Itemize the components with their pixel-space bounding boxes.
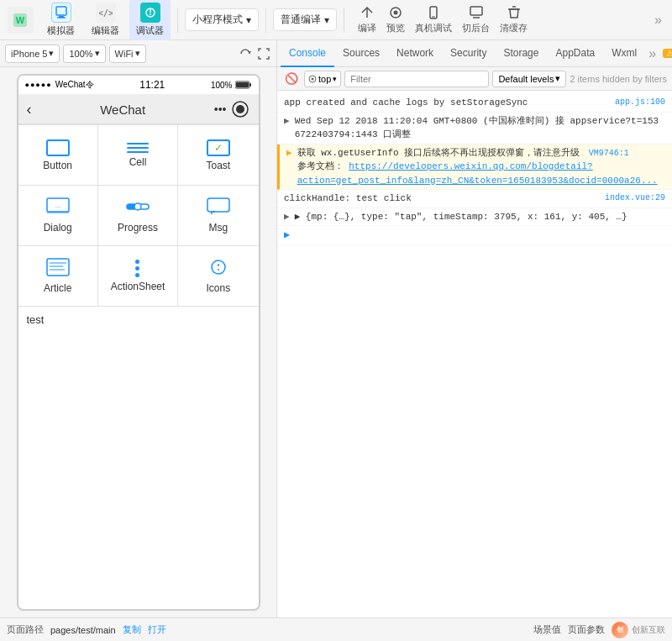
- devtools-more-button[interactable]: »: [645, 46, 659, 61]
- console-prompt-arrow: ▶: [284, 228, 290, 243]
- console-text-2: Wed Sep 12 2018 11:20:04 GMT+0800 (中国标准时…: [295, 114, 662, 142]
- svg-rect-14: [470, 7, 482, 15]
- grid-item-dialog[interactable]: ... Dialog: [18, 186, 98, 246]
- real-machine-button[interactable]: 真机调试: [415, 5, 452, 34]
- console-file-4[interactable]: index.vue:29: [605, 192, 665, 204]
- tab-wxml[interactable]: Wxml: [603, 40, 645, 67]
- preview-label: 预览: [386, 22, 405, 34]
- more-button[interactable]: »: [651, 13, 665, 28]
- grid-item-msg[interactable]: Msg: [178, 186, 258, 246]
- actionsheet-grid-icon: [135, 260, 139, 277]
- level-select[interactable]: Default levels ▾: [492, 71, 566, 87]
- grid-item-button[interactable]: Button: [18, 125, 98, 186]
- mode-select-label: 小程序模式: [192, 13, 243, 27]
- compile-label: 编译: [358, 22, 376, 34]
- signal-dots: ●●●●●: [25, 81, 52, 89]
- svg-point-23: [236, 105, 244, 113]
- clear-cache-button[interactable]: 清缓存: [500, 5, 528, 34]
- mode-select-arrow: ▾: [246, 14, 251, 26]
- context-select[interactable]: top ▾: [304, 71, 341, 87]
- tab-security[interactable]: Security: [442, 40, 495, 67]
- network-select[interactable]: WiFi ▾: [109, 45, 146, 63]
- tab-storage[interactable]: Storage: [495, 40, 547, 67]
- clear-cache-icon: [507, 5, 522, 20]
- svg-text:...: ...: [55, 202, 60, 209]
- preview-button[interactable]: 预览: [386, 5, 405, 34]
- open-button[interactable]: 打开: [148, 623, 166, 636]
- hidden-items-text: 2 items hidden by filters: [570, 74, 667, 84]
- copy-button[interactable]: 复制: [123, 623, 141, 636]
- device-select[interactable]: iPhone 5 ▾: [5, 45, 60, 63]
- msg-grid-icon: [207, 197, 230, 218]
- dialog-label: Dialog: [44, 222, 72, 234]
- status-time: 11:21: [139, 79, 165, 91]
- grid-item-icons[interactable]: Icons: [178, 246, 258, 307]
- svg-point-37: [218, 269, 219, 271]
- main-area: iPhone 5 ▾ 100% ▾ WiFi ▾: [0, 40, 672, 617]
- phone-frame: ●●●●● WeChat令 11:21 100% ‹ WeChat: [17, 74, 260, 611]
- toast-grid-icon: ✓: [207, 139, 230, 156]
- tab-console[interactable]: Console: [281, 40, 334, 67]
- grid-item-article[interactable]: Article: [18, 246, 98, 307]
- watermark-logo: 创: [612, 622, 628, 638]
- bottom-bar: 页面路径 pages/test/main 复制 打开 场景值 页面参数 创 创新…: [0, 617, 672, 641]
- devtools-tabs: Console Sources Network Security Storage…: [277, 40, 672, 67]
- mode-select[interactable]: 小程序模式 ▾: [185, 8, 259, 31]
- network-label: WiFi: [115, 49, 134, 59]
- grid-item-cell[interactable]: Cell: [98, 125, 178, 186]
- battery-icon: [235, 81, 252, 89]
- actionsheet-label: ActionSheet: [111, 281, 165, 292]
- network-arrow: ▾: [135, 48, 140, 59]
- fullscreen-icon[interactable]: [256, 46, 271, 61]
- separator-3: [344, 8, 344, 33]
- console-line-warning: ▶ 获取 wx.getUserInfo 接口后续将不再出现授权弹窗，请注意升级 …: [277, 144, 672, 191]
- battery-percent: 100%: [211, 81, 233, 90]
- console-expand-5[interactable]: ▶: [284, 210, 290, 224]
- console-clear-button[interactable]: 🚫: [282, 72, 301, 85]
- article-grid-icon: [46, 258, 70, 279]
- nav-dots: •••: [214, 102, 227, 116]
- fullscreen-svg: [258, 48, 270, 60]
- compile-select[interactable]: 普通编译 ▾: [273, 8, 337, 31]
- warning-file[interactable]: VM9746:1: [589, 149, 629, 158]
- dialog-svg: ...: [46, 197, 70, 216]
- console-toolbar: 🚫 top ▾ Default levels ▾ 2 items hidden …: [277, 67, 672, 91]
- grid-item-progress[interactable]: Progress: [98, 186, 178, 246]
- tab-network[interactable]: Network: [388, 40, 442, 67]
- grid-item-toast[interactable]: ✓ Toast: [178, 125, 258, 186]
- zoom-select[interactable]: 100% ▾: [63, 45, 105, 63]
- console-file-1[interactable]: app.js:100: [615, 96, 665, 108]
- debugger-button[interactable]: 调试器: [129, 0, 171, 40]
- editor-button[interactable]: </> 编辑器: [85, 0, 126, 40]
- nav-back-button[interactable]: ‹: [27, 101, 32, 118]
- warning-content: 获取 wx.getUserInfo 接口后续将不再出现授权弹窗，请注意升级 VM…: [297, 146, 665, 188]
- action-icons: 编译 预览 真机调试 切后台: [351, 5, 534, 34]
- context-label: top: [318, 74, 331, 84]
- watermark: 创 创新互联: [612, 622, 665, 638]
- nav-right: •••: [214, 100, 250, 118]
- compile-button[interactable]: 编译: [358, 5, 376, 34]
- console-expand-2[interactable]: ▶: [284, 114, 290, 129]
- simulator-button[interactable]: 模拟器: [40, 0, 81, 40]
- progress-label: Progress: [118, 222, 158, 234]
- grid-item-actionsheet[interactable]: ActionSheet: [98, 246, 178, 307]
- msg-svg: [207, 197, 230, 216]
- tab-appdata[interactable]: AppData: [547, 40, 603, 67]
- cut-platform-label: 切后台: [462, 22, 490, 34]
- cut-platform-button[interactable]: 切后台: [462, 5, 490, 34]
- eye-icon: [308, 75, 317, 83]
- svg-text:</>: </>: [99, 8, 113, 18]
- icons-grid-icon: [207, 258, 229, 279]
- path-label: 页面路径: [7, 623, 44, 636]
- filter-input[interactable]: [344, 71, 489, 87]
- rotate-icon[interactable]: [238, 46, 253, 61]
- console-text-4: clickHandle: test click: [284, 192, 601, 206]
- console-output: app created and cache logs by setStorage…: [277, 91, 672, 617]
- compile-select-label: 普通编译: [281, 13, 321, 27]
- console-line-4: clickHandle: test click index.vue:29: [277, 190, 672, 208]
- devtools-more: » ⚠ 1 ⋮ ⊟: [645, 46, 672, 61]
- svg-rect-31: [47, 259, 69, 276]
- tab-sources[interactable]: Sources: [334, 40, 388, 67]
- article-label: Article: [44, 282, 71, 294]
- warning-link[interactable]: https://developers.weixin.qq.com/blogdet…: [297, 161, 658, 186]
